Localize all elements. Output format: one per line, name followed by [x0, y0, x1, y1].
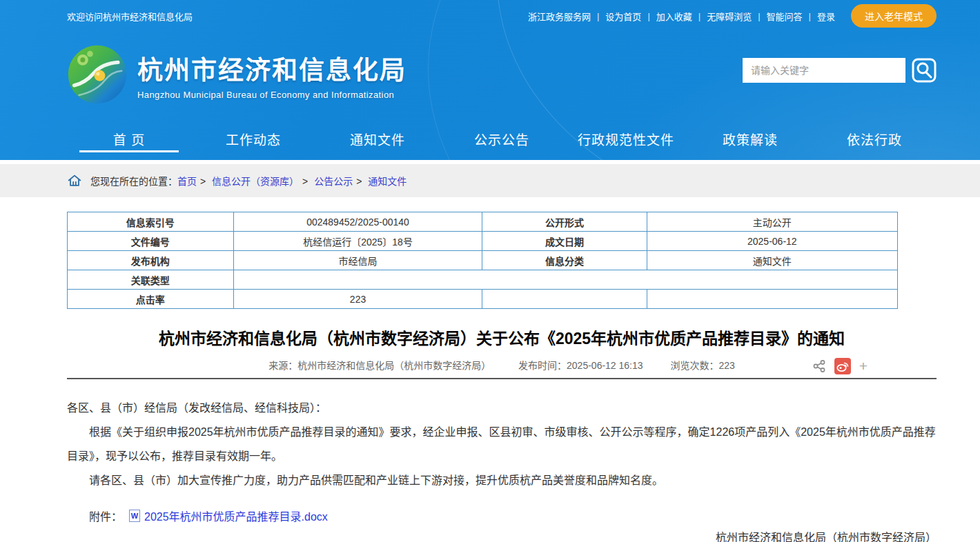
- site-title: 杭州市经济和信息化局: [137, 50, 406, 87]
- search-input[interactable]: [743, 58, 905, 83]
- weibo-share-icon[interactable]: [834, 358, 851, 374]
- issuing-agency-value: 市经信局: [233, 251, 482, 270]
- elder-mode-button[interactable]: 进入老年模式: [851, 4, 937, 28]
- publish-time-value: 2025-06-12 16:13: [567, 360, 643, 371]
- topbar-separator: |: [647, 11, 649, 21]
- title-divider: [67, 378, 937, 379]
- empty-cell: [647, 290, 897, 309]
- info-category-value: 通知文件: [647, 251, 897, 270]
- table-row: 点击率 223: [68, 290, 898, 309]
- topbar-separator: |: [597, 11, 599, 21]
- nav-item-work-dynamics[interactable]: 工作动态: [191, 117, 315, 160]
- views-field: 浏览次数：223: [670, 360, 734, 371]
- table-row: 关联类型: [68, 270, 898, 290]
- breadcrumb-link-notice-documents[interactable]: 通知文件: [368, 176, 406, 187]
- click-rate-label: 点击率: [68, 290, 234, 309]
- topbar-link-login[interactable]: 登录: [817, 10, 835, 23]
- disclosure-form-label: 公开形式: [482, 212, 647, 232]
- info-index-label: 信息索引号: [68, 212, 234, 232]
- topbar-separator: |: [809, 11, 811, 21]
- word-document-icon: W: [129, 510, 140, 522]
- main-navigation: 首 页 工作动态 通知文件 公示公告 行政规范性文件 政策解读: [67, 117, 937, 160]
- topbar-link-set-homepage[interactable]: 设为首页: [605, 10, 641, 23]
- source-field: 来源：杭州市经济和信息化局（杭州市数字经济局）: [268, 360, 491, 371]
- issue-date-value: 2025-06-12: [647, 232, 897, 251]
- issuing-agency-label: 发布机构: [68, 251, 234, 270]
- info-category-label: 信息分类: [482, 251, 647, 270]
- nav-item-law-based-administration[interactable]: 依法行政: [812, 117, 937, 160]
- views-value: 223: [718, 360, 734, 371]
- header-main: 杭州市经济和信息化局 Hangzhou Municipal Bureau of …: [67, 32, 937, 117]
- document-number-value: 杭经信运行〔2025〕18号: [233, 232, 482, 251]
- source-value: 杭州市经济和信息化局（杭州市数字经济局）: [297, 360, 491, 371]
- document-number-label: 文件编号: [68, 232, 234, 251]
- source-label: 来源：: [268, 360, 297, 371]
- home-icon[interactable]: [67, 173, 82, 188]
- search-button[interactable]: [912, 58, 937, 83]
- article-paragraph: 根据《关于组织申报2025年杭州市优质产品推荐目录的通知》要求，经企业申报、区县…: [67, 420, 937, 468]
- more-share-options-icon[interactable]: +: [859, 359, 868, 373]
- nav-item-home[interactable]: 首 页: [67, 117, 191, 160]
- share-nodes-icon[interactable]: [812, 359, 826, 373]
- nav-active-underline: [79, 150, 179, 152]
- breadcrumb-link-home[interactable]: 首页: [177, 176, 197, 187]
- article-paragraph: 请各区、县（市）加大宣传推广力度，助力产品供需匹配和产业链上下游对接，提升优质杭…: [67, 468, 937, 492]
- disclosure-form-value: 主动公开: [647, 212, 897, 232]
- topbar-links: 浙江政务服务网 | 设为首页 | 加入收藏 | 无障碍浏览 | 智能问答 | 登…: [528, 4, 937, 28]
- article-meta: 来源：杭州市经济和信息化局（杭州市数字经济局） 发布时间：2025-06-12 …: [67, 358, 937, 373]
- site-identity: 杭州市经济和信息化局 Hangzhou Municipal Bureau of …: [137, 50, 406, 100]
- click-rate-value: 223: [233, 290, 482, 309]
- attachment-row: 附件： W 2025年杭州市优质产品推荐目录.docx: [67, 508, 937, 524]
- topbar-link-zhejiang-gov[interactable]: 浙江政务服务网: [528, 10, 591, 23]
- related-type-value: [233, 270, 897, 290]
- views-label: 浏览次数：: [670, 360, 718, 371]
- nav-item-notice-documents[interactable]: 通知文件: [315, 117, 440, 160]
- attachment-label: 附件：: [89, 508, 122, 524]
- article-signature: 杭州市经济和信息化局（杭州市数字经济局）: [67, 528, 937, 542]
- site-subtitle-english: Hangzhou Municipal Bureau of Economy and…: [137, 90, 406, 100]
- table-row: 文件编号 杭经信运行〔2025〕18号 成文日期 2025-06-12: [68, 232, 898, 251]
- topbar-separator: |: [698, 11, 700, 21]
- attachment-link[interactable]: 2025年杭州市优质产品推荐目录.docx: [144, 508, 328, 524]
- empty-cell: [482, 290, 647, 309]
- breadcrumb-link-info-disclosure[interactable]: 信息公开（资源库）: [212, 176, 299, 187]
- bureau-logo-icon: [67, 44, 128, 105]
- nav-item-policy-interpretation[interactable]: 政策解读: [688, 117, 812, 160]
- article-paragraph: 各区、县（市）经信局（发改经信局、经信科技局）：: [67, 396, 937, 420]
- search-icon: [912, 58, 937, 83]
- table-row: 发布机构 市经信局 信息分类 通知文件: [68, 251, 898, 270]
- site-header: 欢迎访问杭州市经济和信息化局 浙江政务服务网 | 设为首页 | 加入收藏 | 无…: [0, 0, 980, 160]
- nav-item-administrative-normative-documents[interactable]: 行政规范性文件: [564, 117, 688, 160]
- topbar-link-smart-qa[interactable]: 智能问答: [767, 10, 803, 23]
- publish-time-label: 发布时间：: [518, 360, 567, 371]
- search-area: [743, 58, 937, 83]
- breadcrumb-bar: 您现在所在的位置： 首页> 信息公开（资源库）> 公告公示> 通知文件: [0, 164, 980, 197]
- breadcrumb-prefix: 您现在所在的位置：: [90, 174, 177, 188]
- document-info-table: 信息索引号 002489452/2025-00140 公开形式 主动公开 文件编…: [67, 212, 898, 309]
- breadcrumb-separator: >: [356, 176, 362, 187]
- topbar: 欢迎访问杭州市经济和信息化局 浙江政务服务网 | 设为首页 | 加入收藏 | 无…: [67, 0, 937, 32]
- info-index-value: 002489452/2025-00140: [233, 212, 482, 232]
- nav-item-public-announcements[interactable]: 公示公告: [440, 117, 564, 160]
- issue-date-label: 成文日期: [482, 232, 647, 251]
- topbar-link-add-favorite[interactable]: 加入收藏: [656, 10, 692, 23]
- breadcrumb-separator: >: [302, 176, 308, 187]
- share-toolbar: +: [812, 358, 868, 374]
- table-row: 信息索引号 002489452/2025-00140 公开形式 主动公开: [68, 212, 898, 232]
- topbar-link-accessibility[interactable]: 无障碍浏览: [707, 10, 752, 23]
- breadcrumb-link-announcements[interactable]: 公告公示: [314, 176, 353, 187]
- publish-time-field: 发布时间：2025-06-12 16:13: [518, 360, 643, 371]
- topbar-separator: |: [758, 11, 760, 21]
- welcome-text: 欢迎访问杭州市经济和信息化局: [67, 10, 193, 23]
- article-body: 各区、县（市）经信局（发改经信局、经信科技局）： 根据《关于组织申报2025年杭…: [67, 396, 937, 492]
- breadcrumb-separator: >: [200, 176, 206, 187]
- article-content: 信息索引号 002489452/2025-00140 公开形式 主动公开 文件编…: [67, 197, 937, 542]
- related-type-label: 关联类型: [68, 270, 234, 290]
- article-title: 杭州市经济和信息化局（杭州市数字经济局）关于公布《2025年杭州市优质产品推荐目…: [67, 328, 937, 349]
- breadcrumb: 您现在所在的位置： 首页> 信息公开（资源库）> 公告公示> 通知文件: [67, 164, 937, 197]
